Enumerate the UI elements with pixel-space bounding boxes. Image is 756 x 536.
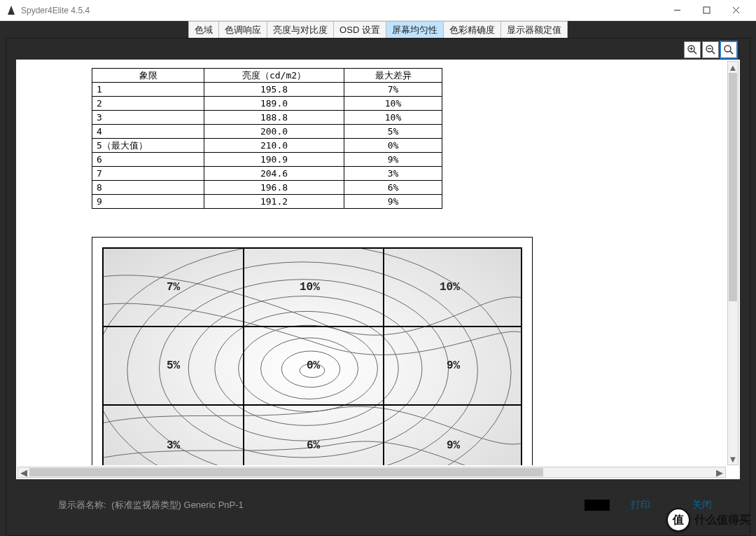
zoom-tools bbox=[684, 41, 737, 58]
zoom-fit-button[interactable] bbox=[720, 41, 737, 58]
grid-hline bbox=[104, 404, 521, 406]
table-row: 2189.010% bbox=[92, 97, 442, 111]
zoom-in-icon bbox=[687, 44, 698, 55]
cell-label: 5% bbox=[167, 359, 180, 372]
minimize-button[interactable] bbox=[662, 1, 692, 20]
zoom-out-icon bbox=[705, 44, 716, 55]
tab-brightness[interactable]: 亮度与对比度 bbox=[267, 21, 334, 38]
report-viewer: 象限 亮度（cd/m2） 最大差异 1195.87% 2189.010% 318… bbox=[16, 60, 740, 479]
table-row: 4200.05% bbox=[92, 125, 442, 139]
maximize-button[interactable] bbox=[692, 1, 721, 20]
th-luminance: 亮度（cd/m2） bbox=[204, 69, 344, 83]
print-badge bbox=[584, 500, 610, 511]
tabs-row: 色域 色调响应 亮度与对比度 OSD 设置 屏幕均匀性 色彩精确度 显示器额定值 bbox=[0, 21, 756, 38]
table-row: 5（最大值）210.00% bbox=[92, 139, 442, 153]
monitor-name-value: (标准监视器类型) Generic PnP-1 bbox=[111, 500, 244, 510]
cell-label: 3% bbox=[167, 439, 180, 452]
watermark-badge: 值 什么值得买 bbox=[666, 508, 750, 532]
grid-vline bbox=[243, 249, 244, 465]
report-page: 象限 亮度（cd/m2） 最大差异 1195.87% 2189.010% 318… bbox=[18, 61, 726, 465]
print-button[interactable]: 打印 bbox=[631, 499, 650, 511]
table-header-row: 象限 亮度（cd/m2） 最大差异 bbox=[92, 69, 442, 83]
vscroll-thumb[interactable] bbox=[729, 73, 737, 301]
scroll-up-icon[interactable]: ▲ bbox=[728, 62, 738, 73]
vertical-scrollbar[interactable]: ▲ ▼ bbox=[727, 61, 738, 465]
monitor-name-label: 显示器名称: bbox=[58, 500, 106, 510]
footer: 显示器名称: (标准监视器类型) Generic PnP-1 打印 关闭 bbox=[16, 488, 740, 523]
uniformity-grid: 7% 10% 10% 5% 0% 9% 3% 6% 9% bbox=[102, 247, 522, 465]
cell-label: 10% bbox=[300, 281, 320, 294]
table-row: 6190.99% bbox=[92, 153, 442, 167]
close-button[interactable] bbox=[721, 1, 750, 20]
scroll-right-icon[interactable]: ▶ bbox=[714, 467, 725, 477]
window-title: Spyder4Elite 4.5.4 bbox=[21, 6, 90, 15]
tab-gamut[interactable]: 色域 bbox=[188, 21, 219, 38]
table-row: 3188.810% bbox=[92, 111, 442, 125]
cell-label: 7% bbox=[167, 281, 180, 294]
th-maxdiff: 最大差异 bbox=[344, 69, 442, 83]
tab-uniformity[interactable]: 屏幕均匀性 bbox=[386, 21, 444, 38]
cell-label: 10% bbox=[440, 281, 460, 294]
table-row: 9191.29% bbox=[92, 195, 442, 209]
th-quadrant: 象限 bbox=[92, 69, 204, 83]
zoom-in-button[interactable] bbox=[684, 41, 701, 58]
tab-tonal[interactable]: 色调响应 bbox=[219, 21, 267, 38]
svg-rect-0 bbox=[704, 7, 710, 13]
titlebar: Spyder4Elite 4.5.4 bbox=[0, 0, 756, 21]
uniformity-table: 象限 亮度（cd/m2） 最大差异 1195.87% 2189.010% 318… bbox=[92, 68, 442, 209]
tab-accuracy[interactable]: 色彩精确度 bbox=[444, 21, 501, 38]
table-row: 7204.63% bbox=[92, 167, 442, 181]
app-icon bbox=[6, 5, 17, 16]
watermark-icon: 值 bbox=[666, 508, 690, 532]
cell-label: 0% bbox=[307, 359, 320, 372]
app-frame: 色域 色调响应 亮度与对比度 OSD 设置 屏幕均匀性 色彩精确度 显示器额定值 bbox=[0, 21, 756, 536]
grid-hline bbox=[104, 326, 521, 327]
watermark-text: 什么值得买 bbox=[694, 513, 750, 528]
svg-point-10 bbox=[188, 296, 422, 441]
zoom-icon bbox=[723, 44, 734, 55]
cell-label: 6% bbox=[307, 439, 320, 452]
horizontal-scrollbar[interactable]: ◀ ▶ bbox=[18, 467, 726, 478]
tab-rated[interactable]: 显示器额定值 bbox=[501, 21, 568, 38]
table-row: 1195.87% bbox=[92, 83, 442, 97]
scroll-down-icon[interactable]: ▼ bbox=[728, 453, 738, 465]
tab-osd[interactable]: OSD 设置 bbox=[334, 21, 386, 38]
svg-point-3 bbox=[724, 46, 731, 52]
content-wrap: 象限 亮度（cd/m2） 最大差异 1195.87% 2189.010% 318… bbox=[6, 38, 750, 536]
cell-label: 9% bbox=[447, 359, 460, 372]
hscroll-thumb[interactable] bbox=[29, 468, 543, 476]
scroll-left-icon[interactable]: ◀ bbox=[18, 467, 29, 477]
svg-point-11 bbox=[159, 280, 448, 458]
cell-label: 9% bbox=[447, 439, 460, 452]
table-row: 8196.86% bbox=[92, 181, 442, 195]
uniformity-map: 7% 10% 10% 5% 0% 9% 3% 6% 9% bbox=[92, 237, 533, 465]
zoom-out-button[interactable] bbox=[702, 41, 719, 58]
grid-vline bbox=[383, 249, 384, 465]
